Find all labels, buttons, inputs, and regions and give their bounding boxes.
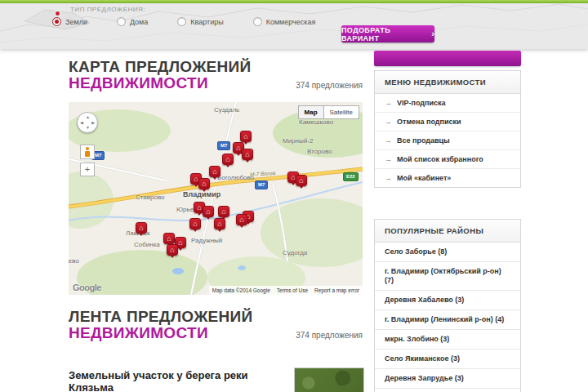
listing-marker[interactable]: ⌂	[218, 206, 229, 217]
district-link[interactable]: г. Владимир (Ленинский р-он) (4)	[375, 310, 520, 329]
listing-marker[interactable]: ⌂	[296, 175, 307, 186]
arrow-right-icon: →	[385, 155, 392, 163]
listing-marker[interactable]: ⌂	[214, 218, 225, 229]
district-link[interactable]: Село Мордыш (3)	[375, 388, 520, 392]
district-link[interactable]: Деревня Хабалево (3)	[375, 290, 520, 310]
map-place-label: Ставрово	[136, 194, 165, 201]
map-place-label: Судогда	[283, 249, 307, 256]
house-icon: ⌂	[197, 204, 201, 212]
radio-label: Коммерческая	[266, 18, 316, 26]
report-error-link[interactable]: Report a map error	[314, 287, 359, 293]
offer-type-radio-option[interactable]: Коммерческая	[253, 17, 316, 26]
map-place-label: Суздаль	[214, 106, 239, 114]
map-place-label: Камешково	[299, 118, 333, 126]
map-place-label: Мирный-2	[283, 137, 313, 145]
radio-label: Квартиры	[190, 18, 223, 26]
pan-left-icon[interactable]: ◀	[80, 121, 83, 125]
arrow-right-icon: →	[385, 136, 392, 145]
map-pan-control[interactable]: ▲ ▼ ◀ ▶	[77, 112, 98, 133]
district-link[interactable]: мкрн. Злобино (3)	[375, 329, 520, 349]
house-icon: ⌂	[221, 208, 225, 216]
pan-up-icon[interactable]: ▲	[86, 115, 90, 119]
popular-districts-title: ПОПУЛЯРНЫЕ РАЙОНЫ	[375, 220, 520, 243]
district-link[interactable]: г. Владимир (Октябрьский р-он) (7)	[375, 261, 520, 290]
header: ТИП ПРЕДЛОЖЕНИЯ: Земли Дома Квартиры	[0, 0, 588, 49]
pegman-icon[interactable]	[80, 145, 95, 159]
listing-marker[interactable]: ⌂	[236, 214, 247, 225]
offer-type-options: Земли Дома Квартиры Коммерческая	[52, 17, 315, 26]
feed-section: ЛЕНТА ПРЕДЛОЖЕНИЙ НЕДВИЖИМОСТИ 374 предл…	[69, 309, 363, 341]
house-icon: ⌂	[299, 177, 303, 185]
chevron-right-icon: ›	[431, 30, 434, 38]
map-section: КАРТА ПРЕДЛОЖЕНИЙ НЕДВИЖИМОСТИ 374 предл…	[69, 59, 363, 295]
listing-marker[interactable]: ⌂	[163, 233, 175, 244]
listing-marker[interactable]: ⌂	[136, 222, 147, 234]
radio-icon[interactable]	[177, 17, 186, 26]
page: ТИП ПРЕДЛОЖЕНИЯ: Земли Дома Квартиры	[0, 0, 588, 392]
listing-thumbnail[interactable]	[294, 368, 364, 392]
menu-item-label: VIP-подписка	[397, 99, 446, 107]
realty-menu-title: МЕНЮ НЕДВИЖИМОСТИ	[375, 71, 520, 94]
pan-right-icon[interactable]: ▶	[91, 121, 95, 125]
sidebar: МЕНЮ НЕДВИЖИМОСТИ → VIP-подписка → Отмен…	[374, 51, 521, 392]
map-data-copyright: Map data ©2014 Google	[212, 287, 270, 293]
road-shield-badge: Е22	[343, 172, 359, 181]
sidebar-menu-item[interactable]: → VIP-подписка	[375, 94, 520, 112]
radio-label: Земли	[65, 18, 87, 26]
pan-down-icon[interactable]: ▼	[86, 126, 90, 130]
district-link[interactable]: Село Якиманское (3)	[375, 349, 520, 368]
house-icon: ⌂	[225, 156, 229, 163]
district-link[interactable]: Деревня Запрудье (3)	[375, 368, 520, 388]
house-icon: ⌂	[139, 225, 143, 232]
house-icon: ⌂	[239, 216, 243, 224]
listing-marker[interactable]: ⌂	[167, 244, 178, 256]
arrow-right-icon: →	[385, 99, 392, 107]
realty-menu-box: МЕНЮ НЕДВИЖИМОСТИ → VIP-подписка → Отмен…	[374, 70, 521, 188]
house-icon: ⌂	[170, 247, 174, 254]
map-attribution: Map data ©2014 Google Terms of Use Repor…	[209, 286, 363, 295]
offer-type-radio-option[interactable]: Квартиры	[177, 17, 223, 26]
terms-of-use-link[interactable]: Terms of Use	[277, 287, 308, 293]
radio-label: Дома	[130, 18, 148, 26]
menu-item-label: Мой список избранного	[397, 155, 483, 163]
zoom-in-button[interactable]: +	[80, 163, 95, 176]
house-icon: ⌂	[245, 151, 249, 158]
map-terrain	[69, 102, 363, 295]
radio-icon[interactable]	[117, 17, 126, 26]
listing-marker[interactable]: ⌂	[222, 154, 234, 165]
listing-marker[interactable]: ⌂	[240, 131, 252, 142]
house-icon: ⌂	[212, 168, 216, 176]
find-variant-button[interactable]: ПОДОБРАТЬ ВАРИАНТ ›	[341, 25, 434, 42]
menu-item-label: Все продавцы	[397, 136, 450, 145]
listing-marker[interactable]: ⌂	[189, 218, 201, 229]
menu-item-label: Мой «кабинет»	[397, 174, 451, 182]
listing-title-link[interactable]: Земельный участок у берега реки Клязьма	[69, 369, 291, 392]
listing-marker[interactable]: ⌂	[198, 178, 210, 189]
sidebar-menu-item[interactable]: → Все продавцы	[375, 131, 520, 149]
district-link[interactable]: Село Заборье (8)	[375, 243, 520, 261]
radio-icon[interactable]	[253, 17, 262, 26]
map-type-button[interactable]: Satellite	[323, 105, 359, 119]
find-variant-label: ПОДОБРАТЬ ВАРИАНТ	[341, 26, 427, 42]
menu-item-label: Отмена подписки	[397, 118, 461, 126]
listing-marker[interactable]: ⌂	[242, 149, 253, 160]
listing-marker[interactable]: ⌂	[209, 166, 220, 177]
sidebar-menu-item[interactable]: → Отмена подписки	[375, 112, 520, 131]
listing-marker[interactable]: ⌂	[203, 206, 214, 217]
sidebar-promo-banner[interactable]	[374, 51, 521, 66]
top-green-bar	[0, 0, 588, 3]
map-section-title: КАРТА ПРЕДЛОЖЕНИЙ	[69, 59, 363, 75]
map-place-label: Костерево	[69, 257, 79, 265]
house-icon: ⌂	[202, 180, 206, 188]
sidebar-menu-item[interactable]: → Мой «кабинет»	[375, 168, 520, 187]
google-map[interactable]: Суздаль Камешково Мирный-2 Второво Богол…	[69, 102, 363, 295]
arrow-right-icon: →	[385, 118, 392, 126]
offer-type-radio-option[interactable]: Дома	[117, 17, 148, 26]
radio-icon[interactable]	[52, 17, 61, 26]
sidebar-menu-item[interactable]: → Мой список избранного	[375, 149, 520, 168]
offer-type-radio-option[interactable]: Земли	[52, 17, 87, 26]
house-icon: ⌂	[206, 208, 210, 216]
google-logo[interactable]: Google	[73, 283, 101, 292]
map-type-button[interactable]: Map	[298, 105, 324, 119]
map-place-label: Второво	[307, 148, 332, 155]
